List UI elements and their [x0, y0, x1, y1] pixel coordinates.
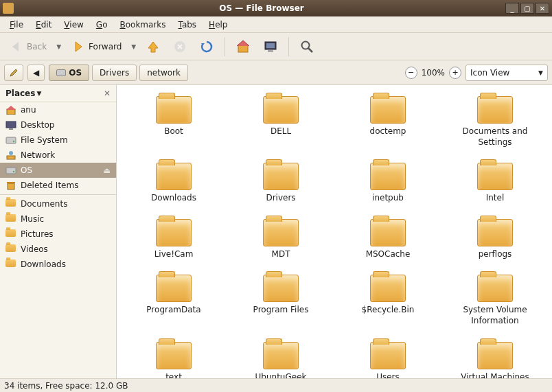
stop-button[interactable]: [168, 36, 192, 57]
folder-label: Boot: [164, 126, 183, 137]
menu-bookmarks[interactable]: Bookmarks: [114, 18, 171, 32]
forward-arrow-icon: [71, 39, 86, 54]
back-button[interactable]: Back: [4, 36, 51, 58]
sidebar-item-label: Documents: [21, 199, 67, 209]
svg-rect-17: [7, 182, 15, 183]
svg-rect-9: [9, 128, 13, 130]
home-button[interactable]: [231, 36, 255, 58]
chevron-down-icon: ▼: [36, 90, 41, 97]
sidebar-item-deleted-items[interactable]: Deleted Items: [0, 178, 116, 193]
svg-rect-14: [6, 168, 16, 174]
folder-icon: [156, 96, 192, 124]
folder-item[interactable]: Virtual Machines: [444, 339, 547, 378]
home-icon: [5, 105, 16, 115]
folder-item[interactable]: Users: [336, 339, 439, 378]
folder-label: Live!Cam: [154, 249, 194, 260]
sidebar-item-file-system[interactable]: File System: [0, 132, 116, 148]
folder-item[interactable]: Drivers: [229, 160, 332, 207]
folder-item[interactable]: ProgramData: [122, 272, 225, 329]
up-button[interactable]: [141, 36, 165, 58]
back-history-dropdown[interactable]: ▼: [54, 43, 63, 50]
back-label: Back: [27, 42, 47, 51]
menu-view[interactable]: View: [58, 18, 89, 32]
folder-label: UbuntuGeek: [255, 372, 307, 378]
breadcrumb-drivers[interactable]: Drivers: [92, 65, 137, 81]
folder-icon: [263, 96, 299, 124]
menu-go[interactable]: Go: [91, 18, 113, 32]
sidebar-item-os[interactable]: OS⏏: [0, 163, 116, 178]
sidebar-bookmark-pictures[interactable]: Pictures: [0, 227, 116, 242]
folder-item[interactable]: Downloads: [122, 160, 225, 207]
places-header[interactable]: Places ▼ ✕: [0, 85, 116, 102]
maximize-button[interactable]: ▢: [520, 3, 534, 14]
file-icon-view[interactable]: BootDELLdoctempDocuments and SettingsDow…: [117, 85, 552, 378]
menu-edit[interactable]: Edit: [30, 18, 57, 32]
sidebar-item-label: anu: [21, 105, 36, 115]
forward-history-dropdown[interactable]: ▼: [129, 43, 138, 50]
svg-line-6: [308, 48, 312, 52]
search-button[interactable]: [295, 36, 319, 58]
path-back-button[interactable]: ◀: [27, 65, 45, 81]
sidebar-bookmark-videos[interactable]: Videos: [0, 242, 116, 257]
stop-icon: [173, 40, 187, 54]
breadcrumb-label: OS: [69, 68, 82, 78]
close-button[interactable]: ✕: [536, 3, 549, 14]
menu-help[interactable]: Help: [203, 18, 233, 32]
svg-rect-16: [8, 183, 14, 189]
folder-icon: [5, 229, 16, 239]
folder-item[interactable]: DELL: [229, 93, 332, 150]
folder-label: MDT: [272, 249, 290, 260]
folder-item[interactable]: System Volume Information: [444, 272, 547, 329]
places-header-label: Places: [5, 89, 35, 98]
sidebar-item-label: Deleted Items: [21, 181, 78, 190]
forward-button[interactable]: Forward: [66, 36, 126, 58]
svg-rect-7: [7, 109, 15, 115]
folder-icon: [370, 219, 406, 246]
sidebar-item-anu[interactable]: anu: [0, 102, 116, 117]
folder-item[interactable]: Documents and Settings: [444, 93, 547, 150]
eject-icon[interactable]: ⏏: [104, 166, 111, 175]
folder-item[interactable]: Boot: [122, 93, 225, 150]
folder-item[interactable]: inetpub: [336, 160, 439, 207]
sidebar-bookmark-music[interactable]: Music: [0, 211, 116, 227]
folder-item[interactable]: Program Files: [229, 272, 332, 329]
reload-button[interactable]: [194, 36, 219, 58]
edit-location-button[interactable]: [4, 65, 23, 81]
folder-item[interactable]: Intel: [444, 160, 547, 207]
folder-item[interactable]: $Recycle.Bin: [336, 272, 439, 329]
sidebar-item-label: Videos: [21, 244, 48, 254]
folder-label: Drivers: [266, 193, 295, 204]
zoom-in-button[interactable]: +: [449, 67, 461, 79]
folder-label: Intel: [486, 193, 505, 204]
folder-icon: [263, 275, 299, 302]
folder-item[interactable]: text: [122, 339, 225, 378]
breadcrumb-label: Drivers: [100, 68, 129, 78]
sidebar-bookmark-documents[interactable]: Documents: [0, 196, 116, 211]
minimize-button[interactable]: _: [505, 3, 519, 14]
folder-item[interactable]: Live!Cam: [122, 216, 225, 263]
menu-tabs[interactable]: Tabs: [173, 18, 203, 32]
breadcrumb-network[interactable]: network: [139, 65, 188, 81]
folder-item[interactable]: UbuntuGeek: [229, 339, 332, 378]
menu-file[interactable]: File: [4, 18, 29, 32]
sidebar-item-network[interactable]: Network: [0, 148, 116, 163]
view-mode-select[interactable]: Icon View ▼: [465, 65, 548, 81]
folder-label: inetpub: [372, 193, 404, 204]
sidebar-item-desktop[interactable]: Desktop: [0, 117, 116, 132]
breadcrumb-os[interactable]: OS: [49, 65, 89, 81]
close-sidebar-button[interactable]: ✕: [104, 89, 111, 98]
folder-item[interactable]: MDT: [229, 216, 332, 263]
folder-item[interactable]: doctemp: [336, 93, 439, 150]
zoom-out-button[interactable]: −: [405, 67, 417, 79]
title-bar: OS — File Browser _ ▢ ✕: [0, 0, 552, 16]
folder-icon: [477, 342, 513, 369]
sidebar-bookmark-downloads[interactable]: Downloads: [0, 257, 116, 272]
network-icon: [5, 150, 16, 160]
folder-icon: [477, 219, 513, 246]
computer-button[interactable]: [258, 36, 283, 58]
folder-label: Users: [376, 372, 400, 378]
folder-item[interactable]: perflogs: [444, 216, 547, 263]
svg-point-15: [13, 171, 14, 172]
folder-icon: [5, 244, 16, 254]
folder-item[interactable]: MSOCache: [336, 216, 439, 263]
